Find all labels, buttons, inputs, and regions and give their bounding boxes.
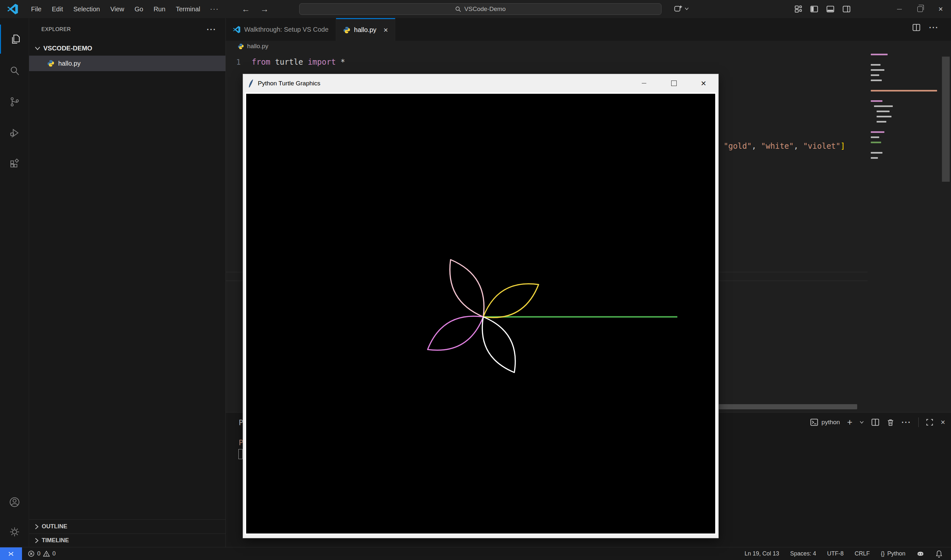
code-token: from — [252, 58, 270, 67]
toggle-sidebar-icon[interactable] — [810, 5, 819, 13]
code-tokens: from turtle import * — [252, 58, 345, 67]
white-petal — [482, 317, 515, 372]
minimap-line — [871, 64, 880, 66]
copilot-menu-button[interactable] — [674, 4, 689, 14]
turtle-flower-drawing — [246, 94, 715, 534]
code-token: "violet" — [803, 142, 841, 151]
window-restore-button[interactable] — [909, 0, 930, 18]
explorer-icon[interactable] — [0, 25, 29, 54]
code-token: * — [336, 58, 345, 67]
status-bar: 0 0 Ln 19, Col 13 Spaces: 4 UTF-8 CRLF {… — [0, 547, 951, 560]
menu-view[interactable]: View — [105, 3, 129, 15]
outline-section[interactable]: OUTLINE — [29, 519, 225, 534]
minimap-line — [874, 105, 893, 107]
settings-gear-icon[interactable] — [0, 517, 29, 546]
minimap-line — [871, 69, 884, 71]
toggle-secondary-sidebar-icon[interactable] — [842, 5, 851, 13]
status-language-mode[interactable]: {} Python — [881, 550, 905, 557]
turtle-minimize-button[interactable] — [629, 74, 659, 92]
explorer-sidebar: EXPLORER ··· VSCODE-DEMO hallo.py OUTLIN… — [29, 18, 226, 547]
minimap-line — [877, 116, 891, 117]
vscode-icon — [233, 26, 240, 33]
vertical-scrollbar[interactable] — [942, 57, 950, 182]
turtle-maximize-button[interactable] — [659, 74, 689, 92]
tab-bar: Walkthrough: Setup VS Code hallo.py × — [226, 18, 951, 41]
kill-terminal-trash-icon[interactable] — [886, 418, 894, 426]
terminal-dropdown-icon[interactable] — [860, 421, 864, 424]
window-close-button[interactable]: × — [930, 0, 951, 18]
editor-actions: ··· — [912, 23, 939, 32]
layout-controls — [794, 0, 851, 18]
terminal-icon — [810, 418, 818, 426]
back-icon[interactable]: ← — [236, 4, 255, 14]
menu-selection[interactable]: Selection — [68, 3, 105, 15]
menu-go[interactable]: Go — [129, 3, 148, 15]
minimap-line — [871, 74, 879, 76]
breadcrumb-file: hallo.py — [247, 43, 268, 50]
new-terminal-button[interactable]: + — [847, 417, 852, 428]
chevron-right-icon — [35, 524, 39, 529]
minimap[interactable] — [871, 54, 941, 189]
pink-petal — [450, 260, 484, 317]
menu-more-button[interactable]: ··· — [205, 3, 223, 15]
terminal-more-actions[interactable]: ··· — [902, 421, 911, 424]
copilot-icon — [674, 4, 683, 14]
problems-indicator[interactable]: 0 0 — [28, 550, 55, 557]
turtle-window-title: Python Turtle Graphics — [258, 80, 320, 87]
menu-file[interactable]: File — [26, 3, 46, 15]
customize-layout-icon[interactable] — [794, 5, 803, 13]
python-icon — [238, 43, 244, 49]
menu-run[interactable]: Run — [148, 3, 171, 15]
search-value: VSCode-Demo — [464, 6, 506, 12]
minimap-line — [877, 121, 886, 123]
status-cursor-position[interactable]: Ln 19, Col 13 — [744, 550, 779, 557]
status-encoding[interactable]: UTF-8 — [827, 550, 844, 557]
breadcrumb[interactable]: hallo.py — [238, 43, 268, 50]
explorer-actions-button[interactable]: ··· — [207, 28, 216, 31]
chevron-right-icon — [35, 538, 39, 543]
search-view-icon[interactable] — [0, 56, 29, 85]
status-eol[interactable]: CRLF — [855, 550, 870, 557]
forward-icon[interactable]: → — [255, 4, 274, 14]
menu-terminal[interactable]: Terminal — [171, 3, 205, 15]
remote-indicator[interactable] — [0, 548, 22, 560]
code-token: turtle — [270, 58, 308, 67]
terminal-tab-python[interactable]: python — [810, 418, 840, 426]
turtle-graphics-window: Python Turtle Graphics × — [243, 74, 719, 538]
braces-icon: {} — [881, 550, 885, 557]
accounts-icon[interactable] — [0, 488, 29, 517]
notifications-bell-icon[interactable] — [936, 550, 943, 558]
maximize-panel-icon[interactable] — [926, 418, 934, 426]
sidebar-header: EXPLORER ··· — [29, 18, 225, 41]
window-controls: × — [889, 0, 951, 18]
sidebar-title: EXPLORER — [42, 26, 207, 32]
folder-row-vscode-demo[interactable]: VSCODE-DEMO — [29, 41, 225, 55]
turtle-close-button[interactable]: × — [689, 74, 718, 92]
editor-more-actions-button[interactable]: ··· — [929, 26, 939, 29]
minimap-line — [871, 152, 882, 154]
tab-hallo-py[interactable]: hallo.py × — [336, 18, 396, 41]
warning-count: 0 — [52, 550, 55, 557]
minimap-line — [871, 80, 882, 81]
menu-edit[interactable]: Edit — [46, 3, 68, 15]
command-center-search[interactable]: VSCode-Demo — [299, 3, 661, 15]
copilot-status-icon[interactable] — [916, 550, 925, 558]
window-minimize-button[interactable] — [889, 0, 909, 18]
python-icon — [47, 60, 54, 67]
tab-close-icon[interactable]: × — [383, 26, 388, 35]
split-editor-icon[interactable] — [912, 23, 920, 32]
turtle-window-titlebar[interactable]: Python Turtle Graphics × — [243, 74, 718, 92]
toggle-panel-icon[interactable] — [826, 5, 835, 13]
timeline-section[interactable]: TIMELINE — [29, 534, 225, 547]
source-control-icon[interactable] — [0, 87, 29, 116]
extensions-icon[interactable] — [0, 149, 29, 178]
split-terminal-icon[interactable] — [871, 418, 880, 426]
run-debug-icon[interactable] — [0, 118, 29, 148]
minimap-line — [871, 131, 884, 133]
minimap-line — [871, 142, 881, 143]
close-panel-icon[interactable]: × — [941, 418, 945, 427]
tab-walkthrough[interactable]: Walkthrough: Setup VS Code — [226, 18, 336, 41]
status-indentation[interactable]: Spaces: 4 — [790, 550, 816, 557]
code-token: , — [752, 142, 761, 151]
file-row-hallo-py[interactable]: hallo.py — [29, 55, 225, 71]
